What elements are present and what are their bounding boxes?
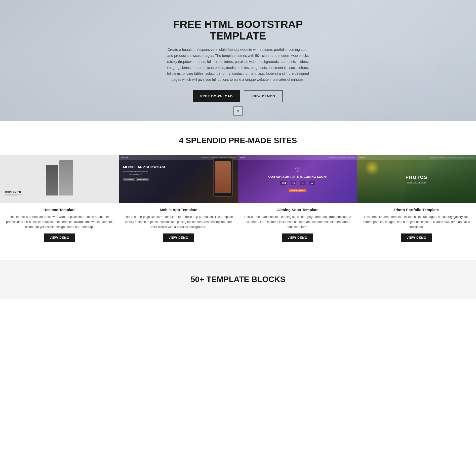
mobile-thumb-title: MOBILE APP SHOWCASE (123, 165, 167, 169)
card-photo-portfolio: WEBINK PHOTOS VIEW THE GALLERY Photo Por (357, 155, 476, 250)
mobile-thumb-buttons: DOWNLOAD LEARN MORE (123, 178, 167, 181)
card-coming-desc: This is a neat and laconic "coming soon"… (238, 214, 357, 229)
mobile-view-demo-button[interactable]: VIEW DEMO (163, 233, 194, 242)
thumb-mobile-app: MOBAPP MOBILE APP SHOWCASE Your descript… (119, 155, 238, 203)
counter-sec: 57 (309, 181, 314, 185)
counter-days: 318 (280, 181, 287, 185)
heart-icon: ♡ (295, 166, 300, 173)
portfolio-view-demo-button[interactable]: VIEW DEMO (401, 233, 432, 242)
counter-sep3: : (307, 181, 308, 185)
mobile-thumb-subtitle: Your description text goes here and give… (123, 171, 148, 176)
card-resume-desc: This theme is perfect for those who want… (0, 214, 119, 229)
thumb-brand-coming: BRAND (240, 157, 246, 159)
coming-soon-counter: 318 : 10 : 18 : 57 (280, 181, 314, 185)
view-demos-button[interactable]: VIEW DEMOS (244, 90, 283, 102)
nav-dot-1 (201, 158, 209, 158)
hero-section: FREE HTML BOOTSTRAP TEMPLATE Create a be… (0, 0, 476, 121)
template-blocks-title: 50+ TEMPLATE BLOCKS (0, 275, 476, 284)
card-coming-title: Coming Soon Template (276, 208, 318, 212)
phone-shape (213, 158, 233, 197)
counter-hours: 10 (291, 181, 296, 185)
premade-section-title: 4 SPLENDID PRE-MADE SITES (0, 136, 476, 145)
card-mobile-desc: This is a one-page Bootstrap template fo… (119, 214, 238, 229)
thumb-brand-portfolio: WEBINK (359, 157, 365, 159)
hero-content: FREE HTML BOOTSTRAP TEMPLATE Create a be… (160, 19, 316, 102)
mobile-thumb-content: MOBILE APP SHOWCASE Your description tex… (123, 165, 167, 181)
free-download-button[interactable]: FREE DOWNLOAD (193, 90, 240, 102)
coming-soon-text: OUR AWESOME SITE IS COMING SOON! (268, 175, 327, 179)
card-portfolio-desc: This portfolio demo template includes se… (357, 214, 476, 229)
template-blocks-section: 50+ TEMPLATE BLOCKS (0, 260, 476, 299)
thumb-resume: JOHN SMITH (0, 155, 119, 203)
mobile-thumb-btn2: LEARN MORE (136, 178, 149, 181)
card-resume-title: Resume Template (44, 208, 75, 212)
nav-dot-c2 (338, 158, 346, 158)
nav-dot-c3 (347, 158, 355, 158)
phone-screen (215, 161, 231, 193)
resume-view-demo-button[interactable]: VIEW DEMO (44, 233, 75, 242)
thumb-photo-portfolio: WEBINK PHOTOS VIEW THE GALLERY (357, 155, 476, 203)
thumb-coming-soon: BRAND ♡ OUR AWESOME SITE IS COMING SOON!… (238, 155, 357, 203)
card-resume: JOHN SMITH Resume Template This theme is… (0, 155, 119, 250)
counter-sep1: : (289, 181, 289, 185)
nav-dot-c1 (329, 158, 337, 158)
card-mobile-app: MOBAPP MOBILE APP SHOWCASE Your descript… (119, 155, 238, 250)
counter-sep2: : (298, 181, 299, 185)
scroll-down-button[interactable]: ▾ (233, 106, 243, 116)
hero-buttons: FREE DOWNLOAD VIEW DEMOS (165, 90, 311, 102)
premade-sites-section: 4 SPLENDID PRE-MADE SITES (0, 121, 476, 260)
thumb-brand-mobile: MOBAPP (121, 157, 128, 159)
portfolio-thumb-content: PHOTOS VIEW THE GALLERY (406, 175, 428, 183)
card-portfolio-title: Photo Portfolio Template (394, 208, 439, 212)
thumb-nav-coming: BRAND (238, 155, 357, 160)
card-coming-soon: BRAND ♡ OUR AWESOME SITE IS COMING SOON!… (238, 155, 357, 250)
hero-description: Create a beautiful, responsive, mobile-f… (165, 47, 311, 83)
subscribe-btn: SUBSCRIBE (289, 189, 306, 192)
mobile-thumb-btn1: DOWNLOAD (123, 178, 135, 181)
cards-grid: JOHN SMITH Resume Template This theme is… (0, 155, 476, 250)
card-mobile-title: Mobile App Template (160, 208, 197, 212)
portfolio-thumb-title: PHOTOS (406, 175, 428, 180)
portfolio-thumb-link: VIEW THE GALLERY (406, 181, 428, 183)
chevron-down-icon: ▾ (237, 109, 239, 113)
counter-min: 18 (300, 181, 305, 185)
free-template-link[interactable]: free bootstrap template (315, 215, 348, 219)
coming-view-demo-button[interactable]: VIEW DEMO (282, 233, 313, 242)
hero-title: FREE HTML BOOTSTRAP TEMPLATE (165, 19, 311, 42)
